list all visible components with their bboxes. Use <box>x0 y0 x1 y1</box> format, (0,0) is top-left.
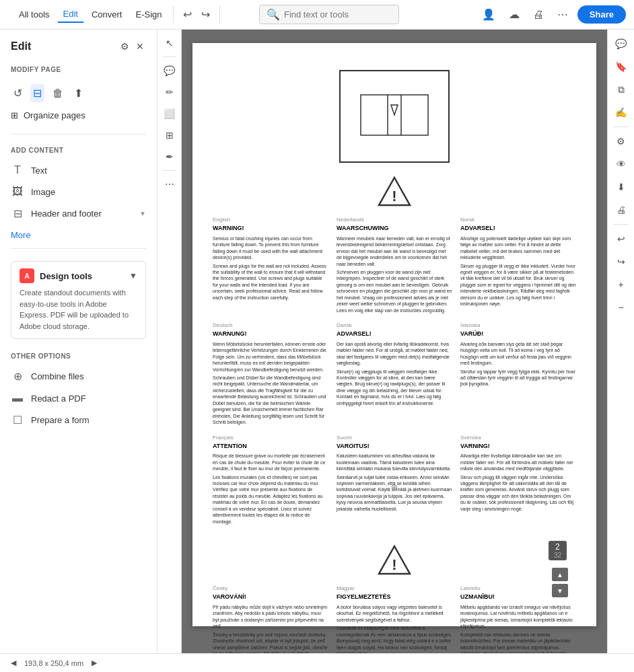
layers-panel-button[interactable]: ⧉ <box>611 79 631 100</box>
draw-tool-button[interactable]: ✒ <box>160 147 179 166</box>
zoom-out-panel-button[interactable]: − <box>611 297 631 318</box>
esign-button[interactable]: E-Sign <box>130 7 167 22</box>
export-icon-button[interactable]: ⬆ <box>71 84 85 102</box>
modify-icons-row: ↺ ⊟ 🗑 ⬆ <box>11 80 146 106</box>
pencil-tool-button[interactable]: ✏ <box>160 83 179 102</box>
more-button[interactable]: ⋯ <box>553 5 572 24</box>
settings-panel-button[interactable]: ⚙ <box>611 131 631 151</box>
page-view[interactable]: ! English WARNING! Serious or fatal crus… <box>182 30 607 653</box>
shape-tool-button[interactable]: ⬜ <box>160 104 179 123</box>
warning-diagram-box <box>339 70 450 163</box>
warning-col-suomi: Suomi VAROITUS! Kalusteen kaatuminen voi… <box>337 434 452 525</box>
profile-button[interactable]: 👤 <box>478 5 499 24</box>
all-tools-button[interactable]: All tools <box>13 7 55 22</box>
nederlands-body: Wanneer meubels naar beneden valt, kan e… <box>337 235 452 267</box>
next-page-button[interactable]: ▶ <box>89 657 100 669</box>
suomi-body2: Seinäarvit ja ruljat tulee ostaa eriksee… <box>337 474 452 513</box>
text-box-tool-button[interactable]: ⊞ <box>160 126 179 145</box>
top-toolbar: All tools Edit Convert E-Sign ↩ ↪ 🔍 👤 ☁ … <box>0 0 634 30</box>
combine-files-button[interactable]: ⊕ Combine files <box>11 365 146 387</box>
more-tools-button[interactable]: ⋯ <box>160 175 179 194</box>
warning-col-deutsch: Deutsch WARNUNG! Wenn Möbelstücke herunt… <box>213 322 328 425</box>
suomi-lang-label: Suomi <box>337 434 452 441</box>
design-tools-icon: A <box>20 268 34 283</box>
search-input[interactable] <box>284 9 392 20</box>
delete-icon-button[interactable]: 🗑 <box>50 85 66 102</box>
settings-icon-button[interactable]: ⚙ <box>118 39 131 54</box>
suomi-title: VAROITUS! <box>337 442 452 451</box>
download-panel-button[interactable]: ⬇ <box>611 177 631 197</box>
prepare-form-icon: ☐ <box>11 414 24 426</box>
print-panel-button[interactable]: 🖨 <box>611 200 631 220</box>
deutsch-lang-label: Deutsch <box>213 322 328 329</box>
norsk-body: Alvorlige og potensielt dødelige ulykker… <box>460 235 576 261</box>
francais-body: Risque de blessure grave ou mortelle par… <box>213 453 328 472</box>
combine-icon: ⊕ <box>11 370 24 383</box>
norsk-title: ADVARSEL! <box>460 224 576 233</box>
islenska-body: Alvarleg eða banvæn slys geta átt sér st… <box>460 341 576 367</box>
cesky-lang-label: Česky <box>213 585 328 592</box>
magyar-lang-label: Magyar <box>337 585 452 592</box>
islenska-lang-label: Íslenska <box>460 322 576 329</box>
undo-panel-button[interactable]: ↩ <box>611 229 631 249</box>
edit-button[interactable]: Edit <box>58 6 83 23</box>
right-panel-sep-1 <box>614 126 629 127</box>
more-link[interactable]: More <box>0 227 157 243</box>
refresh-icon-button[interactable]: ↺ <box>11 84 25 102</box>
right-tools: 👤 ☁ 🖨 ⋯ Share <box>478 5 626 24</box>
warning-col-magyar: Magyar FIGYELMEZTETÉS A bútor borulása s… <box>337 585 452 653</box>
bookmarks-panel-button[interactable]: 🔖 <box>611 57 631 77</box>
redo-button[interactable]: ↪ <box>197 5 214 24</box>
signature-panel-button[interactable]: ✍ <box>611 102 631 122</box>
design-tools-card: A Design tools ▼ Create standout documen… <box>11 261 146 339</box>
warning-triangle-container: ! <box>213 176 576 209</box>
warning-col-svenska: Svenska VARNING! Allvarliga eller livsfa… <box>460 434 576 525</box>
add-header-footer-button[interactable]: ⊟ Header and footer ▼ <box>11 202 146 225</box>
page-up-button[interactable]: ▲ <box>552 568 568 581</box>
close-sidebar-button[interactable]: ✕ <box>134 39 146 54</box>
right-panel: 💬 🔖 ⧉ ✍ ⚙ 👁 ⬇ 🖨 ↩ ↪ + − <box>607 30 634 653</box>
undo-button[interactable]: ↩ <box>179 5 196 24</box>
share-button[interactable]: Share <box>577 5 626 24</box>
current-page: 2 <box>555 542 560 552</box>
add-text-button[interactable]: T Text <box>11 159 146 181</box>
organize-label: Organize pages <box>24 110 85 120</box>
modify-page-section: ↺ ⊟ 🗑 ⬆ ⊞ Organize pages <box>0 76 157 128</box>
zoom-in-panel-button[interactable]: + <box>611 274 631 295</box>
convert-button[interactable]: Convert <box>86 7 128 22</box>
warning-col-islenska: Íslenska VARÚÐ! Alvarleg eða banvæn slys… <box>460 322 576 425</box>
pdf-tool-sep-1 <box>163 57 176 57</box>
warning-triangle-2-container: ! <box>213 545 576 578</box>
warning-col-dansk: Dansk ADVARSEL! Der kan opstå alvorlig e… <box>337 322 452 425</box>
image-icon: 🖼 <box>11 186 24 198</box>
redo-panel-button[interactable]: ↪ <box>611 252 631 272</box>
redact-pdf-button[interactable]: ▬ Redact a PDF <box>11 387 146 409</box>
add-image-button[interactable]: 🖼 Image <box>11 181 146 202</box>
warning-col-english: English WARNING! Serious or fatal crushi… <box>213 216 328 313</box>
add-text-tool-button[interactable]: 💬 <box>160 61 179 80</box>
text-label: Text <box>31 165 47 176</box>
print-button[interactable]: 🖨 <box>529 6 548 24</box>
warning-col-nederlands: Nederlands WAARSCHUWING Wanneer meubels … <box>337 216 452 313</box>
cloud-button[interactable]: ☁ <box>505 5 524 24</box>
page-down-button[interactable]: ▼ <box>552 584 568 597</box>
svenska-body2: Skruv och plugg till väggen ingår inte. … <box>460 474 576 513</box>
svg-text:!: ! <box>392 556 396 573</box>
svg-rect-0 <box>361 95 388 135</box>
deutsch-body2: Schrauben und Dübel für die Wandbefestig… <box>213 375 328 426</box>
latviesu-body: Mēbelu apgāšanās var izraisīt smagus vai… <box>460 604 576 630</box>
view-panel-button[interactable]: 👁 <box>611 154 631 174</box>
redact-label: Redact a PDF <box>31 394 86 404</box>
select-tool-button[interactable]: ↖ <box>160 34 179 52</box>
nederlands-body2: Schroeven en pluggen voor de wand zijn n… <box>337 269 452 313</box>
svenska-lang-label: Svenska <box>460 434 576 441</box>
prepare-form-button[interactable]: ☐ Prepare a form <box>11 409 146 431</box>
warning-col-cesky: Česky VAROVÁNÍ! Při pádu nábytku může do… <box>213 585 328 653</box>
bottom-warning-columns: Česky VAROVÁNÍ! Při pádu nábytku může do… <box>213 585 576 653</box>
design-tools-chevron-button[interactable]: ▼ <box>129 271 137 281</box>
header-footer-icon: ⊟ <box>11 207 24 220</box>
prev-page-button[interactable]: ◀ <box>8 657 19 669</box>
thumbnail-icon-button[interactable]: ⊟ <box>30 84 44 102</box>
organize-pages-button[interactable]: ⊞ Organize pages <box>11 106 146 124</box>
comment-panel-button[interactable]: 💬 <box>611 34 631 54</box>
